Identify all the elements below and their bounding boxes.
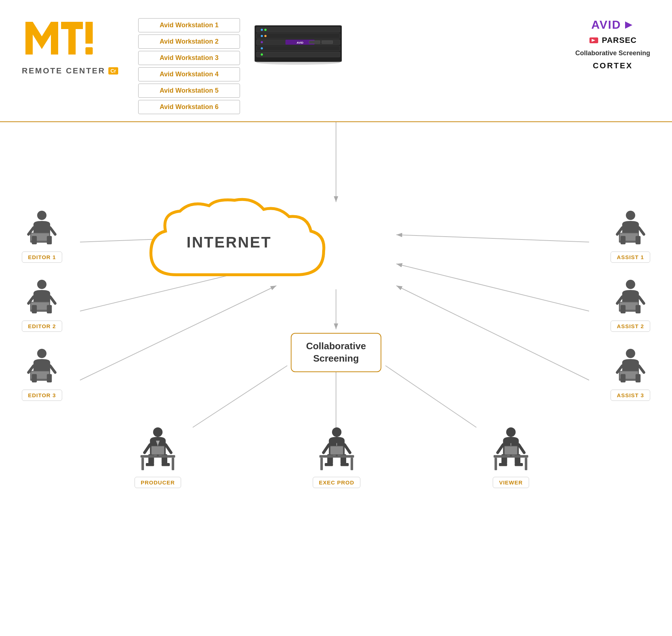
assist-1-label: ASSIST 1 — [611, 251, 650, 263]
svg-point-64 — [626, 280, 635, 289]
producer-figure: PRODUCER — [135, 427, 181, 488]
svg-rect-5 — [256, 46, 340, 51]
parsec-text: PARSEC — [602, 36, 637, 45]
svg-point-12 — [264, 35, 267, 37]
svg-point-78 — [153, 427, 163, 437]
exec-prod-figure: EXEC PROD — [313, 427, 360, 488]
editor-3-figure: EDITOR 3 — [22, 347, 62, 401]
svg-line-79 — [145, 445, 150, 453]
svg-point-50 — [37, 349, 47, 358]
editor-3-icon — [24, 347, 60, 387]
main-diagram: INTERNET Collaborative Screening EDITOR … — [0, 122, 672, 598]
assist-3-figure: ASSIST 3 — [611, 347, 650, 401]
svg-point-13 — [261, 41, 263, 43]
svg-point-11 — [261, 35, 263, 37]
svg-rect-67 — [620, 305, 625, 313]
svg-point-15 — [261, 53, 263, 56]
remote-center-text: REMOTE CENTER — [22, 66, 105, 76]
svg-point-71 — [626, 349, 635, 358]
svg-rect-60 — [620, 236, 625, 244]
svg-rect-114 — [495, 458, 497, 470]
svg-line-70 — [639, 297, 644, 303]
svg-line-30 — [396, 286, 589, 380]
cr-badge: Cr — [108, 67, 119, 75]
svg-line-63 — [639, 228, 644, 234]
cortex-text: CORTEX — [593, 61, 633, 71]
svg-line-32 — [193, 366, 287, 427]
svg-line-107 — [498, 445, 503, 453]
assist-1-figure: ASSIST 1 — [611, 209, 650, 263]
svg-rect-53 — [32, 374, 37, 382]
workstation-2: Avid Workstation 2 — [138, 35, 240, 49]
viewer-icon — [491, 427, 531, 475]
svg-rect-98 — [340, 463, 349, 466]
editor-1-icon — [24, 209, 60, 249]
editor-2-icon — [24, 278, 60, 318]
svg-rect-103 — [330, 446, 343, 455]
svg-rect-54 — [47, 374, 52, 382]
svg-point-92 — [332, 427, 341, 437]
svg-line-94 — [344, 445, 350, 453]
svg-line-56 — [50, 366, 55, 372]
workstation-list: Avid Workstation 1 Avid Workstation 2 Av… — [138, 18, 240, 114]
exec-prod-icon — [317, 427, 357, 475]
exec-prod-label: EXEC PROD — [313, 477, 360, 488]
svg-rect-46 — [32, 305, 37, 313]
parsec-icon — [589, 35, 599, 45]
producer-label: PRODUCER — [135, 477, 181, 488]
svg-rect-84 — [161, 463, 170, 466]
svg-line-29 — [396, 264, 589, 311]
workstation-6: Avid Workstation 6 — [138, 100, 240, 114]
assist-2-icon — [612, 278, 649, 318]
svg-rect-83 — [146, 463, 154, 466]
remote-center-label: REMOTE CENTER Cr — [22, 66, 124, 76]
editor-1-figure: EDITOR 1 — [22, 209, 62, 263]
workstation-4: Avid Workstation 4 — [138, 67, 240, 81]
svg-line-28 — [396, 235, 589, 242]
collab-screening-label: Collaborative Screening — [575, 49, 650, 57]
editor-3-label: EDITOR 3 — [22, 390, 62, 401]
svg-rect-68 — [635, 305, 640, 313]
svg-point-18 — [256, 60, 340, 65]
assist-3-label: ASSIST 3 — [611, 390, 650, 401]
svg-rect-104 — [336, 455, 337, 456]
svg-text:AVID: AVID — [297, 41, 304, 44]
svg-line-34 — [385, 366, 476, 427]
svg-rect-117 — [505, 446, 517, 455]
svg-rect-111 — [499, 463, 507, 466]
svg-rect-74 — [620, 374, 625, 382]
svg-point-9 — [261, 29, 263, 31]
editor-1-label: EDITOR 1 — [22, 251, 62, 263]
workstation-5: Avid Workstation 5 — [138, 84, 240, 98]
workstation-3: Avid Workstation 3 — [138, 51, 240, 65]
svg-rect-101 — [351, 458, 353, 470]
svg-line-42 — [50, 228, 55, 234]
svg-point-10 — [264, 29, 267, 31]
svg-line-77 — [639, 366, 644, 372]
editor-2-figure: EDITOR 2 — [22, 278, 62, 332]
svg-rect-87 — [172, 458, 174, 470]
svg-rect-6 — [256, 52, 340, 57]
svg-rect-61 — [635, 236, 640, 244]
workstation-1: Avid Workstation 1 — [138, 18, 240, 32]
collab-screening-box: Collaborative Screening — [291, 333, 381, 372]
svg-rect-0 — [85, 47, 93, 55]
svg-rect-97 — [325, 463, 333, 466]
svg-rect-47 — [47, 305, 52, 313]
collab-box-text: Collaborative Screening — [306, 340, 366, 365]
top-section: REMOTE CENTER Cr Avid Workstation 1 Avid… — [0, 0, 672, 114]
cloud-container: INTERNET — [122, 195, 336, 289]
svg-point-106 — [506, 427, 516, 437]
svg-rect-90 — [157, 455, 159, 456]
svg-point-57 — [626, 211, 635, 220]
svg-line-93 — [323, 445, 329, 453]
assist-2-figure: ASSIST 2 — [611, 278, 650, 332]
avid-play-icon — [623, 20, 634, 31]
svg-marker-19 — [625, 21, 632, 29]
svg-line-80 — [166, 445, 171, 453]
svg-rect-115 — [525, 458, 527, 470]
svg-line-108 — [519, 445, 524, 453]
server-image: AVID — [255, 22, 342, 67]
parsec-logo: PARSEC — [589, 35, 637, 45]
svg-rect-112 — [515, 463, 523, 466]
